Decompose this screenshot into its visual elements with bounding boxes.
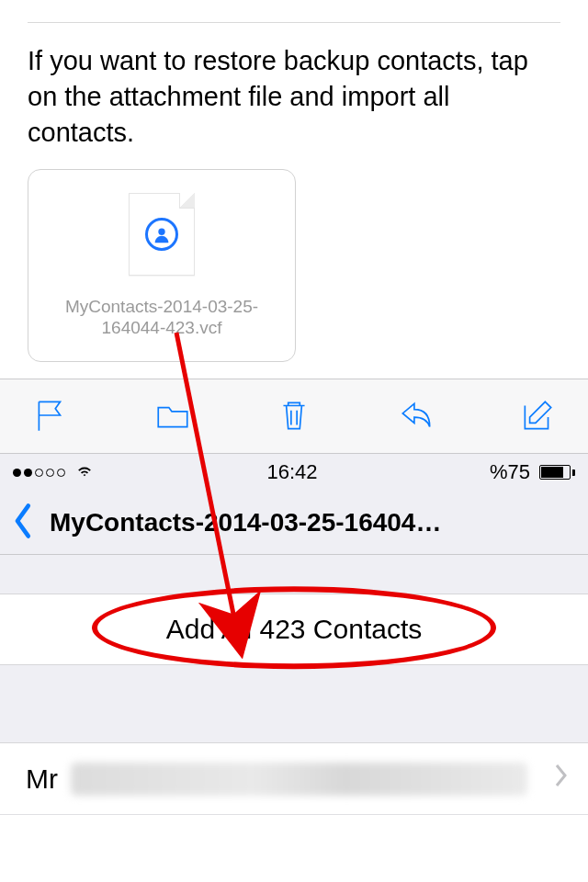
attachment-filename: MyContacts-2014-03-25-164044-423.vcf — [40, 296, 284, 340]
svg-point-0 — [158, 228, 164, 234]
compose-icon[interactable] — [514, 392, 560, 438]
folder-icon[interactable] — [150, 392, 196, 438]
redacted-name — [71, 763, 527, 796]
contact-icon — [145, 218, 178, 251]
chevron-right-icon — [553, 763, 570, 795]
section-gap — [0, 665, 588, 743]
reply-icon[interactable] — [393, 392, 439, 438]
attachment-card[interactable]: MyContacts-2014-03-25-164044-423.vcf — [28, 169, 296, 362]
back-button[interactable] — [11, 503, 37, 543]
status-bar: 16:42 %75 — [0, 454, 588, 491]
nav-header: MyContacts-2014-03-25-16404… — [0, 491, 588, 555]
add-all-label: Add All 423 Contacts — [166, 614, 423, 645]
wifi-icon — [74, 459, 95, 485]
section-gap — [0, 555, 588, 594]
file-icon — [129, 193, 195, 276]
signal-dots-icon — [13, 469, 65, 477]
contact-name-prefix: Mr — [26, 763, 58, 795]
instruction-text: If you want to restore backup contacts, … — [0, 23, 588, 169]
status-time: 16:42 — [266, 460, 317, 484]
mail-toolbar — [0, 379, 588, 454]
trash-icon[interactable] — [271, 392, 317, 438]
contact-list-item[interactable]: Mr — [0, 743, 588, 815]
add-all-contacts-button[interactable]: Add All 423 Contacts — [0, 594, 588, 665]
nav-title: MyContacts-2014-03-25-16404… — [50, 508, 577, 537]
battery-icon — [539, 465, 575, 480]
battery-text: %75 — [490, 460, 530, 484]
flag-icon[interactable] — [28, 392, 74, 438]
